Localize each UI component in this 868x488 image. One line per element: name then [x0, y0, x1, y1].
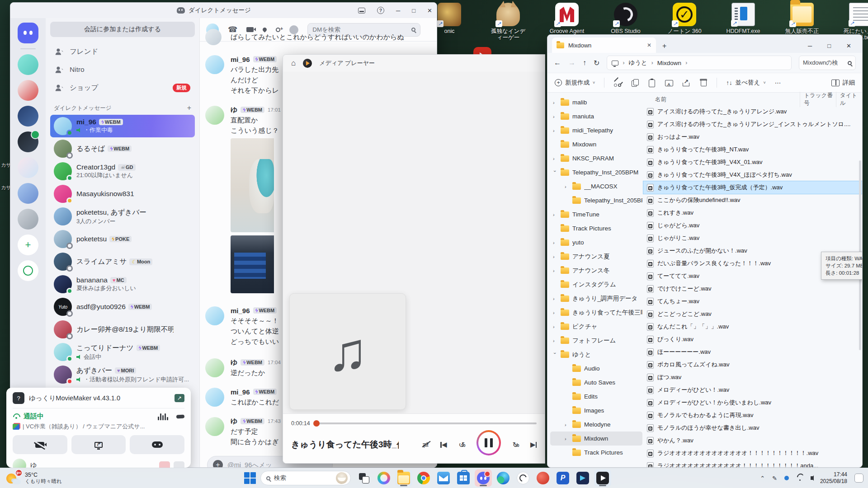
tree-folder-item[interactable]: › Melodyne	[550, 418, 642, 432]
chevron-icon[interactable]: ›	[552, 352, 558, 357]
create-dm-button[interactable]: +	[187, 104, 191, 112]
maximize-button[interactable]: □	[827, 42, 831, 49]
minimize-button[interactable]: ─	[808, 42, 812, 49]
server-avatar[interactable]	[18, 54, 38, 75]
refresh-button[interactable]: ↻	[594, 59, 599, 67]
media-player-titlebar[interactable]: ⌂ メディア プレーヤー	[283, 55, 545, 72]
next-track-button[interactable]: ▶	[530, 441, 537, 449]
mute-badge[interactable]	[159, 461, 170, 468]
explorer-search-input[interactable]: Mixdownの検	[799, 56, 856, 70]
tree-folder-item[interactable]: › Edits	[550, 389, 642, 404]
dm-list-item[interactable]: Creator13gd ☠GD 21:00以降はいません	[50, 160, 195, 183]
add-server-button[interactable]: +	[18, 235, 38, 255]
file-row[interactable]: ここからの保険undefined!!.wav	[643, 194, 862, 206]
chevron-icon[interactable]: ›	[553, 254, 557, 259]
chevron-icon[interactable]: ›	[553, 338, 557, 343]
notification-center-icon[interactable]	[854, 474, 863, 483]
media-player-icon[interactable]	[594, 469, 611, 487]
app-icon-blue[interactable]	[554, 469, 571, 487]
chevron-icon[interactable]: ›	[553, 100, 557, 105]
sort-button[interactable]: ↑↓並べ替え˅	[726, 79, 765, 87]
avatar[interactable]	[205, 358, 224, 377]
tree-folder-item[interactable]: › maniuta	[550, 109, 642, 123]
pause-button[interactable]	[476, 430, 501, 455]
previous-track-button[interactable]: ◀	[440, 441, 447, 449]
tree-folder-item[interactable]: › NKSC_PARAM	[550, 151, 642, 165]
tree-folder-item[interactable]: › アナウンス夏	[550, 249, 642, 263]
avatar[interactable]	[205, 388, 224, 407]
file-row[interactable]: メロディーがひどい！.wav	[643, 384, 862, 396]
wifi-icon[interactable]	[796, 476, 803, 481]
file-row[interactable]: ほーーーーーー.wav	[643, 346, 862, 358]
chevron-icon[interactable]: ›	[553, 268, 557, 273]
message-author[interactable]: ゆ	[231, 358, 237, 367]
weather-widget[interactable]: 9+ 35°C くもり時々晴れ	[0, 471, 67, 485]
message-author[interactable]: mi_96	[231, 56, 250, 63]
file-row[interactable]: じゃがどら.wav	[643, 219, 862, 232]
tree-folder-item[interactable]: › TimeTune	[550, 207, 642, 221]
server-avatar[interactable]	[18, 157, 38, 178]
chevron-icon[interactable]: ›	[553, 310, 557, 315]
cut-icon[interactable]	[613, 79, 622, 87]
chat-message[interactable]: ばらしてみたいとこれからどうすればいいのかわからぬ	[204, 32, 434, 42]
dm-list-item[interactable]: Yuto asdf@yuto0926 ϟWEBM	[50, 296, 195, 318]
dm-list-item[interactable]: こってりドーナツ ϟWEBM 会話中	[50, 341, 195, 363]
dm-list-item[interactable]: カレー卯丼@8/19より期限不明不活動...	[50, 318, 195, 341]
avatar[interactable]	[205, 29, 222, 45]
tab-close-icon[interactable]: ✕	[647, 42, 651, 48]
chevron-icon[interactable]: ›	[565, 436, 569, 441]
explore-servers-button[interactable]	[18, 260, 38, 281]
tree-folder-item[interactable]: › アナウンス冬	[550, 263, 642, 277]
chevron-icon[interactable]: ›	[553, 114, 557, 119]
file-row[interactable]: これすき.wav	[643, 206, 862, 219]
tree-folder-item[interactable]: › Track Pictures	[550, 221, 642, 235]
deafen-badge[interactable]	[174, 461, 184, 468]
message-author[interactable]: mi_96	[231, 307, 250, 314]
maximize-button[interactable]: □	[412, 7, 415, 14]
tree-folder-item[interactable]: › __MACOSX	[550, 179, 642, 193]
file-row[interactable]: モノラルのほうが幸せな書き出し.wav	[643, 422, 862, 434]
chevron-icon[interactable]: ›	[553, 324, 557, 329]
dm-list-item[interactable]: あずきバー ♥MORI ・活動者様以外原則フレンド申請許可...	[50, 363, 195, 386]
close-button[interactable]: ✕	[427, 7, 432, 14]
back-button[interactable]: ←	[554, 59, 561, 67]
server-avatar[interactable]	[18, 131, 38, 152]
server-avatar[interactable]	[18, 106, 38, 127]
screen-share-button[interactable]	[71, 435, 126, 454]
pen-icon[interactable]: ✎	[772, 475, 777, 482]
taskbar-search[interactable]: 検索	[260, 471, 351, 485]
chevron-icon[interactable]: ›	[553, 128, 557, 133]
more-options-button[interactable]: ⋯	[775, 79, 781, 86]
rename-icon[interactable]	[665, 79, 673, 87]
seek-slider[interactable]	[316, 422, 537, 424]
soundboard-icon[interactable]	[158, 413, 168, 420]
paste-icon[interactable]	[648, 79, 656, 87]
image-attachment[interactable]	[231, 235, 274, 293]
new-tab-button[interactable]: +	[662, 42, 666, 53]
column-name[interactable]: 名前	[655, 96, 800, 103]
file-row[interactable]: おっはよー.wav	[643, 131, 862, 143]
mail-icon[interactable]	[435, 469, 452, 487]
message-author[interactable]: ゆ	[231, 417, 237, 426]
add-friend-icon[interactable]	[276, 28, 280, 32]
breadcrumb[interactable]: Mixdown	[657, 60, 681, 66]
tree-folder-item[interactable]: › インスタグラム	[550, 277, 642, 291]
file-row[interactable]: どこどっどこど.wav	[643, 308, 862, 320]
chevron-icon[interactable]: ›	[553, 212, 557, 217]
dm-list-item[interactable]: bananana ♥MC 夏休みは多分おいしい	[50, 273, 195, 296]
activity-button[interactable]	[130, 435, 184, 454]
start-button[interactable]	[244, 472, 256, 484]
file-row[interactable]: てんちょー.wav	[643, 295, 862, 308]
file-row[interactable]: びっくり.wav	[643, 333, 862, 346]
file-row[interactable]: じゃがりこ.wav	[643, 232, 862, 244]
voice-channel-name[interactable]: | VC作業（雑談あり） / ウェブマニア公式サ...	[23, 422, 145, 431]
new-item-button[interactable]: +新規作成˅	[555, 79, 595, 87]
chevron-icon[interactable]: ›	[553, 156, 557, 161]
dm-list-item[interactable]: poketetsu ϟPOKE	[50, 228, 195, 250]
shuffle-button[interactable]: ⇄	[422, 440, 429, 450]
tree-folder-item[interactable]: › Mixdown	[550, 137, 642, 151]
file-row[interactable]: きゅうり食ってた午後3時_仮完成（予定）.wav	[643, 181, 862, 194]
camera-toggle-button[interactable]	[13, 435, 67, 454]
tree-folder-item[interactable]: › Telepathy_Inst_205BPM	[550, 165, 642, 179]
file-explorer-icon[interactable]	[395, 469, 412, 487]
